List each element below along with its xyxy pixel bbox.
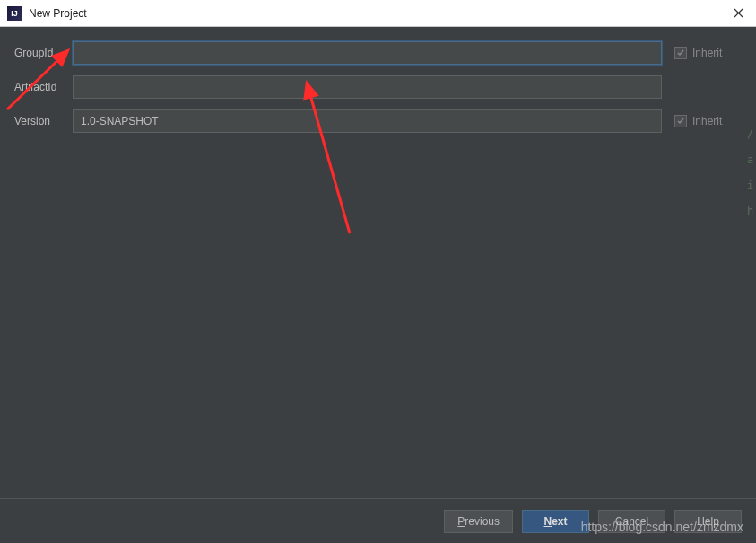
inherit-label: Inherit: [692, 47, 722, 59]
version-inherit[interactable]: Inherit: [674, 115, 742, 127]
artifact-id-label: ArtifactId: [14, 81, 73, 93]
close-button[interactable]: [720, 0, 756, 25]
version-label: Version: [14, 115, 73, 127]
group-id-input[interactable]: [73, 41, 662, 65]
cancel-button[interactable]: Cancel: [598, 510, 665, 533]
artifact-id-input[interactable]: [73, 75, 662, 99]
close-icon: [734, 8, 743, 18]
checkbox-checked-icon: [674, 115, 687, 127]
checkbox-checked-icon: [674, 47, 687, 59]
next-button[interactable]: Next: [522, 510, 589, 533]
group-id-label: GroupId: [14, 47, 73, 59]
version-input[interactable]: [73, 109, 662, 133]
previous-button[interactable]: Previous: [444, 510, 513, 533]
title-bar: IJ New Project: [0, 0, 756, 27]
app-icon: IJ: [7, 6, 22, 21]
group-id-inherit[interactable]: Inherit: [674, 47, 742, 59]
version-row: Version Inherit: [14, 109, 742, 133]
inherit-label: Inherit: [692, 115, 722, 127]
help-button[interactable]: Help: [674, 510, 742, 533]
svg-line-1: [307, 83, 350, 233]
group-id-row: GroupId Inherit: [14, 41, 742, 65]
dialog-footer: Previous Next Cancel Help: [0, 498, 756, 543]
window-title: New Project: [29, 7, 749, 20]
artifact-id-row: ArtifactId: [14, 75, 742, 99]
dialog-content: GroupId Inherit ArtifactId Version Inher…: [0, 27, 756, 494]
